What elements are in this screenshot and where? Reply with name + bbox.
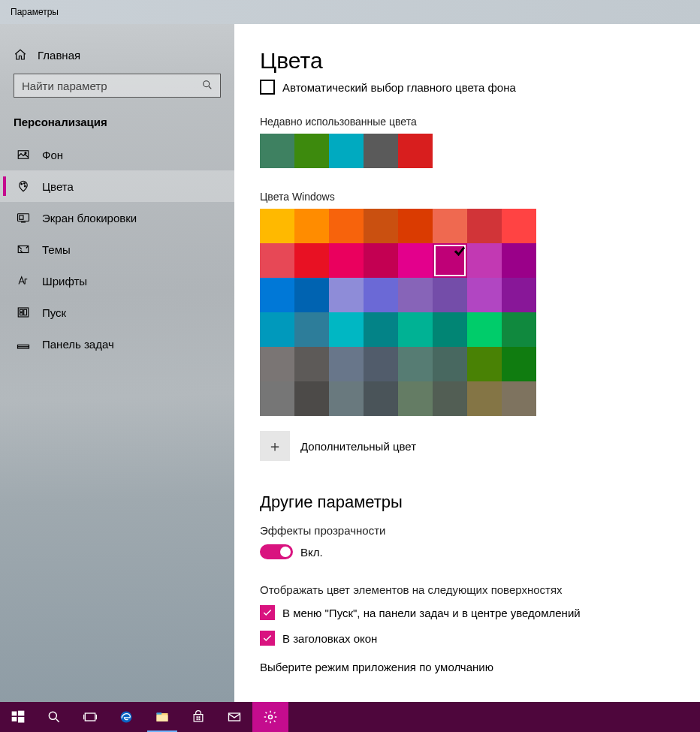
recent-color-swatch[interactable] <box>398 134 433 168</box>
nav-icon <box>17 337 30 351</box>
windows-color-swatch[interactable] <box>467 347 502 381</box>
taskbar-edge-button[interactable] <box>108 702 144 732</box>
windows-color-swatch[interactable] <box>364 312 398 347</box>
sidebar-item-5[interactable]: Пуск <box>0 297 234 328</box>
svg-rect-22 <box>157 715 168 721</box>
windows-color-swatch[interactable] <box>502 381 536 416</box>
search-wrap <box>14 74 221 98</box>
windows-color-swatch[interactable] <box>467 381 502 416</box>
sidebar-item-6[interactable]: Панель задач <box>0 328 234 360</box>
windows-color-swatch[interactable] <box>294 312 329 347</box>
windows-color-swatch[interactable] <box>467 312 502 347</box>
windows-color-swatch[interactable] <box>364 243 398 278</box>
windows-color-swatch[interactable] <box>398 243 433 278</box>
windows-color-swatch[interactable] <box>329 347 364 381</box>
svg-point-18 <box>49 712 56 719</box>
nav-icon <box>17 242 30 256</box>
taskbar-mail-button[interactable] <box>216 702 252 732</box>
recent-color-swatch[interactable] <box>294 134 329 168</box>
home-button[interactable]: Главная <box>0 42 234 74</box>
windows-color-swatch[interactable] <box>260 312 294 347</box>
windows-color-swatch[interactable] <box>329 278 364 312</box>
svg-rect-25 <box>198 716 200 718</box>
windows-color-swatch[interactable] <box>433 278 467 312</box>
windows-color-swatch[interactable] <box>433 381 467 416</box>
taskbar-file-explorer-button[interactable] <box>144 702 180 732</box>
windows-color-swatch[interactable] <box>260 347 294 381</box>
windows-color-swatch[interactable] <box>294 381 329 416</box>
windows-color-swatch[interactable] <box>260 278 294 312</box>
start-button[interactable] <box>0 702 36 732</box>
windows-color-swatch[interactable] <box>433 209 467 243</box>
windows-color-swatch[interactable] <box>502 209 536 243</box>
taskbar-search-button[interactable] <box>36 702 72 732</box>
surface-option-label: В заголовках окон <box>282 632 377 645</box>
svg-rect-28 <box>229 713 240 721</box>
windows-color-swatch[interactable] <box>329 312 364 347</box>
svg-point-0 <box>204 81 210 87</box>
windows-color-swatch[interactable] <box>502 278 536 312</box>
search-input[interactable] <box>14 74 221 98</box>
sidebar-item-1[interactable]: Цвета <box>0 170 234 202</box>
recent-color-swatch[interactable] <box>364 134 398 168</box>
windows-color-swatch[interactable] <box>433 312 467 347</box>
windows-color-swatch[interactable] <box>433 243 467 278</box>
add-custom-color-button[interactable]: ＋ <box>260 431 290 461</box>
task-view-button[interactable] <box>72 702 108 732</box>
auto-color-checkbox[interactable]: Автоматический выбор главного цвета фона <box>260 80 674 95</box>
windows-color-swatch[interactable] <box>260 243 294 278</box>
windows-color-swatch[interactable] <box>364 209 398 243</box>
windows-color-swatch[interactable] <box>329 381 364 416</box>
windows-color-swatch[interactable] <box>467 209 502 243</box>
windows-color-swatch[interactable] <box>502 312 536 347</box>
svg-rect-10 <box>20 309 23 312</box>
windows-color-swatch[interactable] <box>502 347 536 381</box>
windows-color-swatch[interactable] <box>398 381 433 416</box>
surface-option-titlebars[interactable]: В заголовках окон <box>260 631 674 646</box>
surface-option-start[interactable]: В меню "Пуск", на панели задач и в центр… <box>260 605 674 620</box>
sidebar-item-label: Темы <box>42 243 71 256</box>
sidebar-item-3[interactable]: Темы <box>0 233 234 265</box>
svg-rect-7 <box>20 215 23 219</box>
svg-rect-23 <box>157 712 162 715</box>
windows-color-swatch[interactable] <box>364 278 398 312</box>
page-title: Цвета <box>260 48 674 74</box>
taskbar-settings-button[interactable] <box>252 702 288 732</box>
windows-color-swatch[interactable] <box>398 278 433 312</box>
sidebar-item-2[interactable]: Экран блокировки <box>0 202 234 233</box>
app-mode-label: Выберите режим приложения по умолчанию <box>260 661 674 673</box>
windows-color-swatch[interactable] <box>398 347 433 381</box>
search-icon <box>201 79 213 91</box>
svg-rect-19 <box>85 713 95 721</box>
windows-color-swatch[interactable] <box>398 312 433 347</box>
windows-color-swatch[interactable] <box>294 243 329 278</box>
nav-icon <box>17 306 30 319</box>
windows-color-swatch[interactable] <box>294 278 329 312</box>
windows-color-swatch[interactable] <box>502 243 536 278</box>
recent-color-swatch[interactable] <box>329 134 364 168</box>
sidebar-item-0[interactable]: Фон <box>0 139 234 170</box>
windows-colors-label: Цвета Windows <box>260 191 674 203</box>
windows-color-swatch[interactable] <box>467 278 502 312</box>
other-params-heading: Другие параметры <box>260 493 674 512</box>
windows-color-swatch[interactable] <box>364 347 398 381</box>
taskbar-store-button[interactable] <box>180 702 216 732</box>
windows-color-swatch[interactable] <box>398 209 433 243</box>
windows-color-swatch[interactable] <box>433 347 467 381</box>
checkbox-icon <box>260 605 275 620</box>
windows-color-swatch[interactable] <box>364 381 398 416</box>
transparency-toggle[interactable] <box>260 544 293 559</box>
windows-color-swatch[interactable] <box>294 209 329 243</box>
windows-color-swatch[interactable] <box>329 243 364 278</box>
windows-color-swatch[interactable] <box>467 243 502 278</box>
windows-color-swatch[interactable] <box>329 209 364 243</box>
sidebar-item-label: Пуск <box>42 306 66 319</box>
recent-color-swatch[interactable] <box>260 134 294 168</box>
windows-color-swatch[interactable] <box>294 347 329 381</box>
svg-point-2 <box>25 152 26 154</box>
surfaces-label: Отображать цвет элементов на следующих п… <box>260 583 674 596</box>
checkbox-icon <box>260 80 275 95</box>
windows-color-swatch[interactable] <box>260 381 294 416</box>
sidebar-item-4[interactable]: Шрифты <box>0 265 234 297</box>
windows-color-swatch[interactable] <box>260 209 294 243</box>
